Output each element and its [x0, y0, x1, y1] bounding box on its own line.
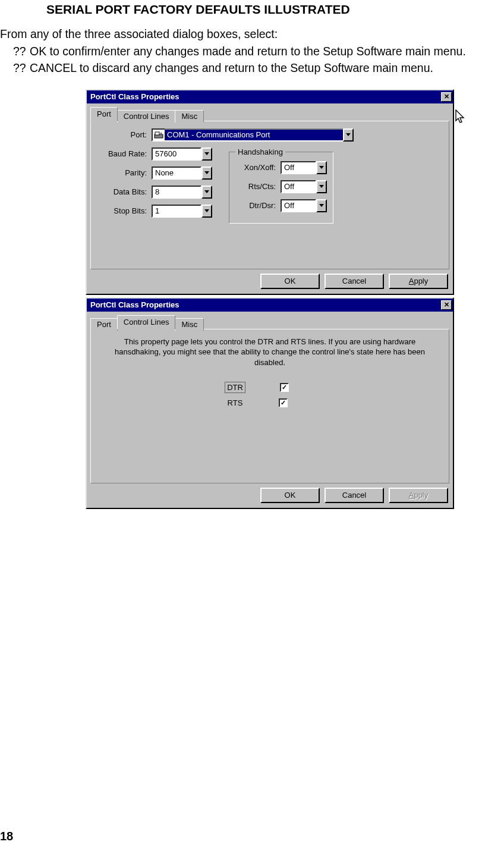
- rtscts-value[interactable]: [281, 180, 316, 193]
- dtr-label: DTR: [225, 382, 245, 393]
- tab-strip: Port Control Lines Misc: [87, 312, 453, 329]
- databits-dropdown[interactable]: [152, 186, 212, 199]
- panel-description: This property page lets you control the …: [114, 337, 426, 368]
- dropdown-button[interactable]: [201, 167, 212, 180]
- handshaking-group: Handshaking Xon/Xoff: Rts/Cts:: [229, 147, 333, 224]
- xonxoff-label: Xon/Xoff:: [235, 163, 281, 172]
- close-button[interactable]: ✕: [441, 300, 452, 310]
- xonxoff-value[interactable]: [281, 161, 316, 174]
- intro-text: From any of the three associated dialog …: [0, 27, 504, 41]
- close-button[interactable]: ✕: [441, 92, 452, 102]
- baud-value[interactable]: [152, 147, 201, 161]
- tab-port[interactable]: Port: [90, 107, 118, 121]
- handshaking-legend: Handshaking: [235, 147, 285, 156]
- dtr-row: DTR ✓: [87, 382, 426, 393]
- stopbits-label: Stop Bits:: [100, 206, 152, 215]
- parity-dropdown[interactable]: [152, 167, 212, 180]
- port-label: Port:: [100, 130, 152, 139]
- databits-value[interactable]: [152, 186, 201, 199]
- dtrdsr-value[interactable]: [281, 199, 316, 212]
- ok-button[interactable]: OK: [260, 274, 320, 289]
- window-title: PortCtl Class Properties: [90, 300, 179, 309]
- dtrdsr-dropdown[interactable]: [281, 199, 327, 212]
- title-bar: PortCtl Class Properties ✕: [87, 299, 453, 312]
- parity-label: Parity:: [100, 168, 152, 177]
- databits-label: Data Bits:: [100, 187, 152, 196]
- cancel-button[interactable]: Cancel: [325, 488, 384, 503]
- bullet-item: ?? OK to confirm/enter any changes made …: [30, 43, 504, 59]
- bullet-text: OK to confirm/enter any changes made and…: [30, 45, 466, 58]
- rtscts-label: Rts/Cts:: [235, 182, 281, 191]
- button-row: OK Cancel Apply: [87, 488, 453, 508]
- tab-strip: Port Control Lines Misc: [87, 103, 453, 121]
- port-icon: [152, 128, 165, 142]
- parity-value[interactable]: [152, 167, 201, 180]
- tab-panel: This property page lets you control the …: [90, 329, 449, 483]
- dtr-checkbox[interactable]: ✓: [280, 383, 289, 392]
- baud-dropdown[interactable]: [152, 147, 212, 161]
- tab-panel: Port: COM1 - Communications Port Baud Ra…: [90, 121, 449, 269]
- apply-button[interactable]: Apply: [389, 488, 448, 503]
- window-title: PortCtl Class Properties: [90, 92, 179, 101]
- xonxoff-dropdown[interactable]: [281, 161, 327, 174]
- port-dropdown[interactable]: COM1 - Communications Port: [152, 128, 354, 142]
- controllines-properties-dialog: PortCtl Class Properties ✕ Port Control …: [86, 297, 454, 509]
- tab-port[interactable]: Port: [90, 318, 118, 331]
- tab-control-lines[interactable]: Control Lines: [117, 110, 176, 123]
- bullet-list: ?? OK to confirm/enter any changes made …: [0, 43, 504, 76]
- title-bar: PortCtl Class Properties ✕: [87, 90, 453, 103]
- svg-rect-1: [155, 132, 159, 135]
- close-icon: ✕: [444, 93, 449, 100]
- rts-label: RTS: [226, 398, 245, 408]
- dropdown-button[interactable]: [316, 199, 327, 212]
- tab-misc[interactable]: Misc: [175, 318, 204, 331]
- bullet-marker: ??: [13, 60, 26, 76]
- bullet-text: CANCEL to discard any changes and return…: [30, 61, 433, 74]
- dtrdsr-label: Dtr/Dsr:: [235, 201, 281, 210]
- dropdown-button[interactable]: [316, 161, 327, 174]
- bullet-marker: ??: [13, 43, 26, 59]
- svg-point-2: [160, 133, 162, 134]
- baud-label: Baud Rate:: [100, 149, 152, 158]
- stopbits-value[interactable]: [152, 205, 201, 218]
- tab-control-lines[interactable]: Control Lines: [117, 315, 176, 329]
- apply-button[interactable]: Apply: [389, 274, 448, 289]
- dropdown-button[interactable]: [316, 180, 327, 193]
- port-properties-dialog: PortCtl Class Properties ✕ Port Control …: [86, 89, 454, 295]
- mouse-cursor-icon: [455, 109, 466, 128]
- page-number: 18: [0, 830, 13, 843]
- dropdown-button[interactable]: [343, 128, 354, 142]
- stopbits-dropdown[interactable]: [152, 205, 212, 218]
- port-value: COM1 - Communications Port: [165, 128, 343, 142]
- dropdown-button[interactable]: [201, 186, 212, 199]
- rts-checkbox[interactable]: ✓: [279, 398, 288, 407]
- close-icon: ✕: [444, 301, 449, 308]
- rtscts-dropdown[interactable]: [281, 180, 327, 193]
- dropdown-button[interactable]: [201, 205, 212, 218]
- bullet-item: ?? CANCEL to discard any changes and ret…: [30, 60, 504, 76]
- button-row: OK Cancel Apply: [87, 274, 453, 294]
- dropdown-button[interactable]: [201, 147, 212, 161]
- rts-row: RTS ✓: [87, 398, 426, 408]
- ok-button[interactable]: OK: [260, 488, 320, 503]
- tab-misc[interactable]: Misc: [175, 110, 204, 123]
- section-heading: SERIAL PORT FACTORY DEFAULTS ILLUSTRATED: [46, 2, 504, 17]
- cancel-button[interactable]: Cancel: [325, 274, 384, 289]
